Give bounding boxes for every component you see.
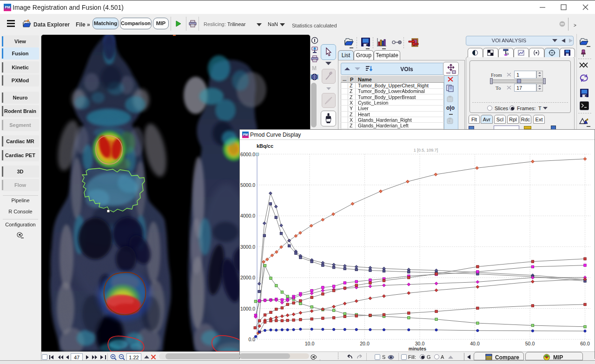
svg-text:40.0: 40.0 (470, 341, 480, 346)
svg-text:60.0: 60.0 (580, 341, 590, 346)
svg-text:50.0: 50.0 (525, 341, 535, 346)
svg-text:5000.0: 5000.0 (240, 182, 255, 188)
svg-text:PM: PM (243, 133, 248, 136)
svg-text:1 [0.5, 109.7]: 1 [0.5, 109.7] (414, 148, 438, 152)
svg-text:20.0: 20.0 (360, 341, 370, 346)
svg-text:PM: PM (5, 5, 10, 9)
svg-text:6000.0: 6000.0 (240, 152, 255, 157)
svg-text:0.0: 0.0 (248, 337, 255, 342)
svg-text:4000.0: 4000.0 (240, 213, 255, 218)
svg-text:minutes: minutes (409, 346, 427, 351)
svg-text:10.0: 10.0 (305, 341, 315, 346)
svg-text:+: + (448, 119, 450, 124)
svg-text:30.0: 30.0 (415, 341, 425, 346)
svg-text:voi: voi (446, 71, 450, 74)
svg-text:1000.0: 1000.0 (240, 306, 255, 311)
svg-text:kBq/cc: kBq/cc (257, 143, 273, 149)
svg-text:3000.0: 3000.0 (240, 244, 255, 250)
svg-text:2000.0: 2000.0 (240, 275, 255, 280)
